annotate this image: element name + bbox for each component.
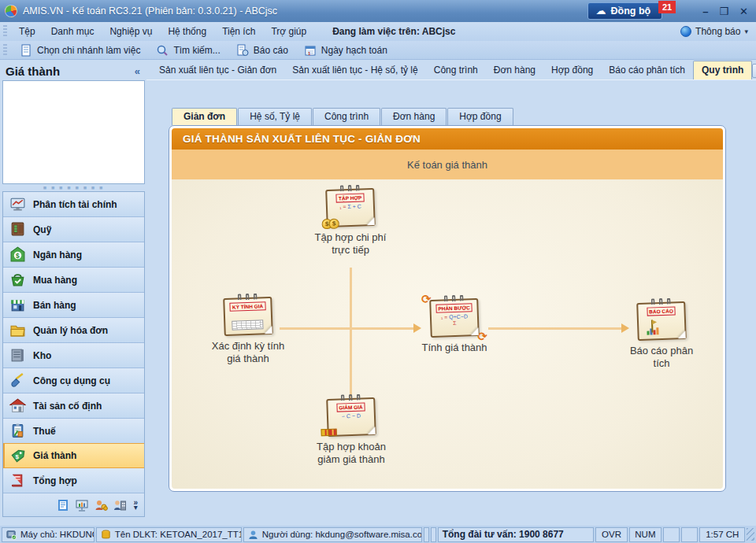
cash-safe-icon xyxy=(9,221,26,238)
toolbar: Chọn chi nhánh làm việc Tìm kiếm... Báo … xyxy=(0,41,756,60)
tab-san-xuat-lien-tuc-he-so-ty-le[interactable]: Sản xuất liên tục - Hệ số, tỷ lệ xyxy=(284,61,425,79)
select-branch-button[interactable]: Chọn chi nhánh làm việc xyxy=(13,42,146,58)
menu-danh-muc[interactable]: Danh mục xyxy=(44,24,102,39)
notifications-button[interactable]: Thông báo ▾ xyxy=(680,26,750,37)
minimize-button[interactable]: – xyxy=(702,6,708,17)
store-icon xyxy=(9,297,26,313)
main-area: Giá thành « ■ ■ ■ ■ ■ ■ ■ ■ Phân tích tà… xyxy=(0,60,756,526)
sidebar-item-phan-tich-tai-chinh[interactable]: Phân tích tài chính xyxy=(3,192,144,217)
sidebar-item-tong-hop[interactable]: Tổng hợp xyxy=(3,468,144,493)
purchase-basket-icon xyxy=(9,272,26,288)
search-button[interactable]: Tìm kiếm... xyxy=(150,42,226,58)
working-on-text: Đang làm việc trên: ABCjsc xyxy=(332,26,455,37)
employee-building-icon[interactable] xyxy=(113,498,127,512)
subtab-gian-don[interactable]: Giản đơn xyxy=(172,108,237,125)
sidebar-item-ban-hang[interactable]: Bán hàng xyxy=(3,293,144,318)
sidebar-item-gia-thanh[interactable]: $ Giá thành xyxy=(3,443,144,468)
cycle-arrow-icon: ⟳ xyxy=(421,294,432,305)
tax-clipboard-icon xyxy=(9,423,26,439)
svg-text:$: $ xyxy=(16,452,20,460)
subtab-don-hang[interactable]: Đơn hàng xyxy=(381,108,447,125)
financial-analysis-icon xyxy=(9,196,26,212)
menu-tep[interactable]: Tệp xyxy=(12,24,43,39)
toolbar-grip xyxy=(3,44,7,57)
node-tinh-gia-thanh[interactable]: PHÂN BƯỚC ₁ = Q+C−DΣ ⟳ ⟳ Tính giá thành xyxy=(395,299,513,354)
menu-tien-ich[interactable]: Tiện ích xyxy=(215,24,262,39)
tab-quy-trinh[interactable]: Quy trình xyxy=(693,61,752,79)
sidebar-splitter[interactable]: ■ ■ ■ ■ ■ ■ ■ ■ xyxy=(2,184,145,191)
sidebar-list-panel[interactable] xyxy=(2,80,145,184)
cycle-arrow-icon: ⟳ xyxy=(477,331,487,342)
posting-date-button[interactable]: 1 Ngày hạch toán xyxy=(298,42,394,58)
database-icon xyxy=(101,530,111,540)
sidebar-item-quy[interactable]: Quỹ xyxy=(3,217,144,242)
costing-period-calendar-icon: KỲ TÍNH GIÁ xyxy=(223,297,273,336)
subtab-hop-dong[interactable]: Hợp đồng xyxy=(447,108,513,125)
maximize-button[interactable]: ❒ xyxy=(719,6,728,17)
customer-money-icon[interactable] xyxy=(94,498,108,512)
sidebar-item-ngan-hang[interactable]: $ Ngân hàng xyxy=(3,242,144,268)
sidebar-item-cong-cu-dung-cu[interactable]: Công cụ dụng cụ xyxy=(3,368,144,393)
status-server: Máy chủ: HKDUNG xyxy=(2,527,94,542)
node-tap-hop-chi-phi[interactable]: TẬP HỢP ₁ = Σ + C $$ Tập hợp chi phítrực… xyxy=(291,189,410,257)
sync-button[interactable]: ☁ Đồng bộ 21 xyxy=(587,2,663,20)
bank-icon: $ xyxy=(9,246,26,263)
presentation-chart-icon[interactable] xyxy=(75,498,89,512)
settings-button[interactable]: ⚙ ▾ xyxy=(752,64,756,78)
report-list-icon[interactable] xyxy=(56,498,70,512)
window-title: AMIS.VN - Kế toán RC3.21 (Phiên bản: 0.3… xyxy=(23,6,582,17)
sidebar-item-label: Kho xyxy=(33,350,51,361)
tab-san-xuat-lien-tuc-gian-don[interactable]: Sản xuất liên tục - Giản đơn xyxy=(151,61,284,79)
collapse-sidebar-icon[interactable]: « xyxy=(135,65,140,77)
resize-grip[interactable] xyxy=(747,528,754,541)
sidebar-item-label: Bán hàng xyxy=(33,300,76,311)
content-area: Sản xuất liên tục - Giản đơn Sản xuất li… xyxy=(146,60,756,526)
node-ky-tinh-gia[interactable]: KỲ TÍNH GIÁ Xác định kỳ tínhgiá thành xyxy=(189,297,307,365)
status-separator xyxy=(424,527,429,542)
fixed-assets-icon xyxy=(9,397,26,414)
search-label: Tìm kiếm... xyxy=(173,45,220,56)
sidebar-item-quan-ly-hoa-don[interactable]: Quản lý hóa đơn xyxy=(3,318,144,343)
status-hotline-text: Tổng đài tư vấn: 1900 8677 xyxy=(443,529,564,540)
tab-don-hang[interactable]: Đơn hàng xyxy=(486,61,543,79)
report-button[interactable]: Báo cáo xyxy=(230,42,295,58)
tab-cong-trinh[interactable]: Công trình xyxy=(426,61,486,79)
node-bao-cao-phan-tich[interactable]: BÁO CÁO Báo cáo phântích xyxy=(602,302,721,370)
menu-nghiep-vu[interactable]: Nghiệp vụ xyxy=(102,24,159,39)
overflow-button[interactable]: » ▾ xyxy=(132,501,139,510)
sidebar-item-kho[interactable]: Kho xyxy=(3,343,144,368)
node-badge: PHÂN BƯỚC xyxy=(435,303,472,313)
subtab-cong-trinh[interactable]: Công trình xyxy=(313,108,380,125)
subtab-he-so-ty-le[interactable]: Hệ số, Tỷ lệ xyxy=(238,108,312,125)
sidebar-item-label: Mua hàng xyxy=(33,275,77,286)
status-empty xyxy=(681,527,698,542)
titlebar: AMIS.VN - Kế toán RC3.21 (Phiên bản: 0.3… xyxy=(0,0,756,22)
node-caption-line1: Tính giá thành xyxy=(421,342,487,353)
node-caption-line2: trực tiếp xyxy=(332,244,369,256)
select-branch-label: Chọn chi nhánh làm việc xyxy=(37,45,140,56)
sync-badge: 21 xyxy=(658,1,676,13)
calendar-icon: 1 xyxy=(304,44,317,57)
sidebar-item-mua-hang[interactable]: Mua hàng xyxy=(3,268,144,293)
sidebar-item-thue[interactable]: Thuế xyxy=(3,419,144,444)
tab-bao-cao-phan-tich[interactable]: Báo cáo phân tích xyxy=(601,61,693,79)
process-subtabs: Giản đơn Hệ số, Tỷ lệ Công trình Đơn hàn… xyxy=(146,107,756,125)
tab-hop-dong[interactable]: Hợp đồng xyxy=(543,61,601,79)
status-dlkt-text: Tên DLKT: KETOAN_2017_TT133 xyxy=(115,530,242,539)
menu-he-thong[interactable]: Hệ thống xyxy=(161,24,213,39)
node-badge: KỲ TÍNH GIÁ xyxy=(230,301,266,312)
app-window: AMIS.VN - Kế toán RC3.21 (Phiên bản: 0.3… xyxy=(0,0,756,543)
process-title: GIÁ THÀNH SẢN XUẤT LIÊN TỤC - GIẢN ĐƠN xyxy=(172,128,723,150)
sidebar-item-tai-san-co-dinh[interactable]: Tài sản cố định xyxy=(3,393,144,419)
status-ovr-text: OVR xyxy=(602,530,621,539)
menu-tro-giup[interactable]: Trợ giúp xyxy=(264,24,313,39)
close-button[interactable]: ✕ xyxy=(739,6,748,17)
connector-vertical xyxy=(350,268,352,403)
status-hotline: Tổng đài tư vấn: 1900 8677 xyxy=(438,527,594,542)
module-tabstrip: Sản xuất liên tục - Giản đơn Sản xuất li… xyxy=(146,60,756,80)
sidebar-item-label: Phân tích tài chính xyxy=(33,199,117,210)
node-giam-gia-thanh[interactable]: GIẢM GIÁ − C − D Tập hợp khoảngiảm giá t… xyxy=(292,398,410,466)
sidebar-item-label: Ngân hàng xyxy=(33,249,82,260)
node-caption-line1: Tập hợp chi phí xyxy=(315,231,387,243)
sidebar-title: Giá thành xyxy=(6,65,60,78)
